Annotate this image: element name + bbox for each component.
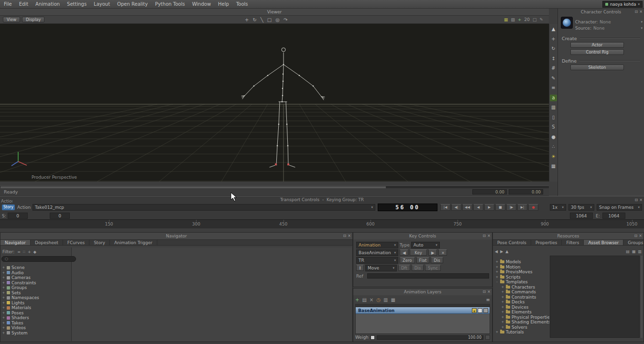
weight-options-button[interactable] — [485, 335, 490, 340]
expand-toggle-icon[interactable]: + — [501, 310, 504, 314]
viewport-3d[interactable]: Producer Perspective — [0, 24, 549, 182]
layers-menu-icon[interactable]: ≡ — [486, 297, 490, 302]
tree-item[interactable]: + Constraints — [0, 280, 70, 286]
select-tool-icon[interactable]: ▲ — [550, 26, 557, 32]
pen-tool-icon[interactable]: ✎ — [550, 75, 557, 82]
expand-toggle-icon[interactable]: + — [501, 315, 504, 319]
asset-folder[interactable]: + Characters — [500, 285, 549, 290]
asset-folder[interactable]: + Scripts — [494, 275, 549, 280]
tree-item[interactable]: + Lights — [0, 301, 70, 306]
expand-toggle-icon[interactable]: + — [2, 286, 5, 290]
pan-icon[interactable]: + — [245, 16, 249, 23]
key-option-button[interactable]: Sync — [425, 265, 441, 271]
tree-item[interactable]: + Poses — [0, 311, 70, 316]
status-value-field[interactable]: 0.00 — [509, 189, 543, 194]
expand-toggle-icon[interactable]: + — [2, 331, 5, 335]
tree-item[interactable]: + Shaders — [0, 315, 70, 321]
keying-group-dropdown[interactable]: TR▾ — [356, 257, 398, 264]
scale-tool-icon[interactable]: ↕ — [550, 55, 557, 62]
expand-toggle-icon[interactable]: + — [501, 285, 504, 289]
expand-toggle-icon[interactable]: + — [495, 270, 499, 274]
add-layer-icon[interactable]: + — [355, 297, 359, 302]
forward-icon[interactable]: ▶ — [500, 249, 503, 254]
sphere-tool-icon[interactable]: ● — [550, 134, 557, 140]
asset-folder[interactable]: - Templates — [494, 280, 549, 285]
delete-key-button[interactable]: × — [438, 249, 447, 256]
add-filter-icon[interactable]: + — [28, 250, 31, 254]
float-panel-icon[interactable]: ⊡ — [483, 290, 486, 294]
story-badge[interactable]: Story — [2, 204, 15, 210]
take-dropdown[interactable]: Take012_mcp▾ — [33, 204, 375, 211]
float-panel-icon[interactable]: ⊡ — [634, 234, 638, 238]
weight-slider[interactable]: 100.00 — [377, 335, 483, 340]
add-view-icon[interactable]: + — [518, 16, 522, 23]
menu-item[interactable]: Settings — [67, 1, 87, 7]
bones-tool-icon[interactable]: ≡ — [550, 85, 557, 91]
expand-toggle-icon[interactable]: + — [2, 316, 5, 320]
navigator-tab[interactable]: Animation Trigger — [110, 240, 157, 245]
expand-toggle-icon[interactable]: + — [495, 260, 499, 264]
flat-button[interactable]: Flat — [416, 257, 430, 263]
cube-tool-icon[interactable]: ▥ — [550, 104, 557, 111]
layer-dropdown[interactable]: BaseAnimation▾ — [356, 249, 398, 256]
asset-folder[interactable]: + Elements — [500, 310, 549, 315]
discard-button[interactable]: Dis — [431, 257, 443, 263]
asset-folder[interactable]: + Constraints — [500, 295, 549, 300]
goto-start-button[interactable]: |◀ — [440, 204, 450, 211]
menu-item[interactable]: Layout — [94, 1, 110, 7]
expand-toggle-icon[interactable]: + — [2, 321, 5, 325]
close-panel-icon[interactable]: × — [639, 234, 642, 238]
layer-key-icon[interactable]: ◆ — [472, 308, 477, 313]
expand-toggle-icon[interactable]: + — [501, 320, 504, 324]
play-button[interactable]: ▶ — [484, 204, 494, 211]
speed-dropdown[interactable]: 1x▾ — [550, 204, 566, 211]
navigator-tab[interactable]: Dopesheet — [31, 240, 63, 245]
list-view-icon[interactable]: ≡ — [17, 250, 21, 254]
asset-folder[interactable]: + Physical Properties — [500, 315, 549, 320]
display-button[interactable]: Display — [22, 17, 44, 22]
search-input[interactable]: ○ — [1, 256, 76, 262]
skeleton-button[interactable]: Skeleton — [570, 64, 624, 70]
expand-toggle-icon[interactable]: + — [495, 265, 499, 269]
record-button[interactable]: ● — [528, 204, 538, 211]
back-icon[interactable]: ◀ — [495, 249, 498, 254]
delete-layer-icon[interactable]: × — [370, 297, 373, 302]
tree-item[interactable]: + Scene — [0, 265, 70, 270]
close-panel-icon[interactable]: × — [487, 234, 491, 238]
up-icon[interactable]: ▲ — [505, 249, 508, 254]
grid-view-icon[interactable]: ∷ — [23, 250, 25, 254]
menu-item[interactable]: Python Tools — [155, 1, 185, 7]
close-panel-icon[interactable]: × — [348, 234, 351, 238]
tree-item[interactable]: + Audio — [0, 270, 70, 276]
reference-field[interactable] — [367, 273, 489, 279]
resources-tab[interactable]: Groups — [623, 240, 644, 245]
prev-key-button[interactable]: ◀| — [451, 204, 461, 211]
view-button[interactable]: View — [3, 17, 20, 22]
end-frame-field[interactable]: 1064 — [602, 213, 625, 219]
asset-folder[interactable]: + Solvers — [500, 325, 549, 330]
tree-item[interactable]: + System — [0, 331, 70, 336]
menu-item[interactable]: Open Reality — [117, 1, 148, 7]
asset-preview-area[interactable] — [550, 256, 640, 338]
menu-item[interactable]: Edit — [19, 1, 28, 7]
grid-tool-icon[interactable]: ▦ — [550, 163, 557, 170]
prev-key-button[interactable]: ◀ — [400, 249, 408, 256]
snap-dropdown[interactable]: Snap on Frames▾ — [597, 204, 642, 211]
list-view-icon[interactable]: ▤ — [626, 249, 630, 254]
expand-toggle-icon[interactable]: + — [495, 275, 499, 279]
key-option-button[interactable]: Dis — [412, 265, 424, 271]
tree-item[interactable]: + Videos — [0, 325, 70, 331]
close-panel-icon[interactable]: × — [639, 198, 643, 203]
menu-item[interactable]: Help — [218, 1, 229, 7]
source-row[interactable]: Source: None ▾ — [575, 25, 643, 31]
rotate-view-icon[interactable]: ↷ — [284, 16, 287, 23]
expand-toggle-icon[interactable]: + — [501, 295, 504, 299]
expand-toggle-icon[interactable]: + — [2, 291, 5, 295]
navigator-tab[interactable]: Navigator — [0, 240, 31, 245]
float-panel-icon[interactable]: ⊡ — [483, 234, 486, 238]
resources-tab[interactable]: Properties — [531, 240, 562, 245]
fps-dropdown[interactable]: 30 fps▾ — [568, 204, 594, 211]
fast-backward-button[interactable]: ◀◀ — [462, 204, 472, 211]
status-value-field[interactable]: 0.00 — [472, 189, 507, 194]
asset-folder[interactable]: + Decks — [500, 300, 549, 305]
